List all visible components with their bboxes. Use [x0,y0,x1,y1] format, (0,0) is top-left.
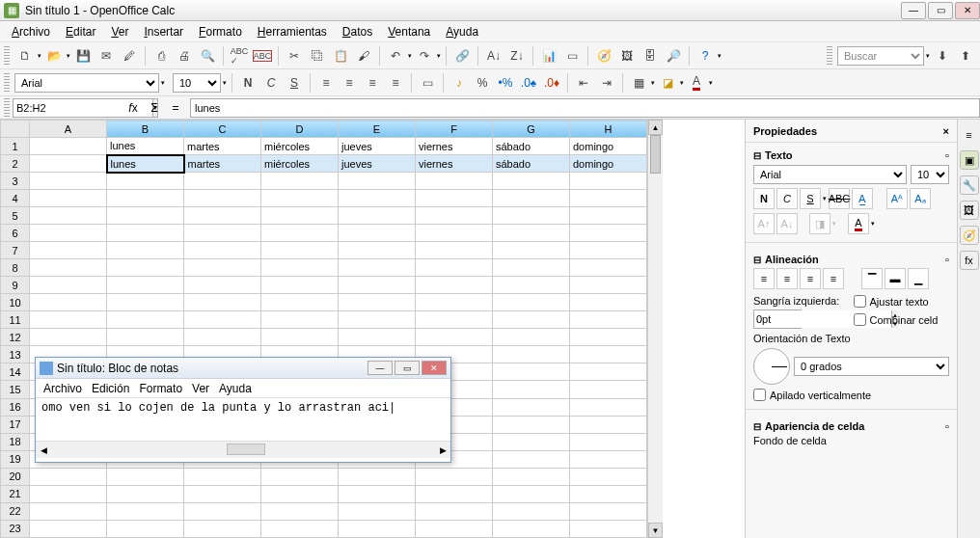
undo-icon[interactable]: ↶ [385,45,406,67]
cell-G23[interactable] [493,520,570,537]
cell-G13[interactable] [493,346,570,363]
row-header-19[interactable]: 19 [1,450,30,468]
percent-icon[interactable]: % [472,72,493,94]
cell-D1[interactable]: miércoles [261,138,339,155]
section-appearance-more-icon[interactable]: ▫ [945,420,949,432]
panel-italic-icon[interactable]: C [776,188,798,209]
cell-G16[interactable] [493,398,570,416]
email-icon[interactable]: ✉ [95,45,117,67]
cell-H18[interactable] [570,433,647,450]
export-pdf-icon[interactable]: ⎙ [150,45,172,67]
cell-D21[interactable] [261,485,339,502]
format-paint-icon[interactable]: 🖌 [353,45,374,67]
cell-H3[interactable] [570,173,647,190]
edit-doc-icon[interactable]: 🖉 [119,45,140,67]
cell-G17[interactable] [493,416,570,433]
menu-archivo[interactable]: Archivo [6,23,56,40]
cell-B7[interactable] [107,242,184,259]
borders-icon[interactable]: ▦ [628,72,649,94]
row-header-23[interactable]: 23 [1,520,30,537]
panel-underline-icon[interactable]: S [800,188,821,209]
cell-H2[interactable]: domingo [570,155,647,173]
cell-D5[interactable] [261,207,339,225]
row-header-13[interactable]: 13 [1,346,30,363]
cell-G3[interactable] [493,173,570,190]
cell-D7[interactable] [261,242,339,259]
menu-ayuda[interactable]: Ayuda [440,23,484,40]
row-header-17[interactable]: 17 [1,416,30,433]
currency-icon[interactable]: ♪ [449,72,470,94]
col-header-D[interactable]: D [261,121,339,138]
row-header-18[interactable]: 18 [1,433,30,450]
cell-H14[interactable] [570,363,647,381]
cell-G12[interactable] [493,329,570,346]
col-header-C[interactable]: C [184,121,261,138]
dec-indent-icon[interactable]: ⇤ [573,72,594,94]
cell-H17[interactable] [570,416,647,433]
find-prev-icon[interactable]: ⬆ [955,45,976,67]
vertical-scrollbar[interactable]: ▲ ▼ [647,120,663,538]
panel-alignr-icon[interactable]: ≡ [800,268,821,289]
new-icon[interactable]: 🗋 [14,45,36,67]
cell-G1[interactable]: sábado [493,138,570,155]
find-next-icon[interactable]: ⬇ [932,45,953,67]
notepad-menu-archivo[interactable]: Archivo [43,382,82,395]
open-icon[interactable]: 📂 [43,45,65,67]
indent-spinner[interactable]: ▲▼ [753,309,802,329]
print-icon[interactable]: 🖨 [174,45,195,67]
cell-C20[interactable] [184,468,261,485]
cell-H8[interactable] [570,259,647,277]
panel-shadow-icon[interactable]: A̲ [852,188,873,209]
col-header-H[interactable]: H [570,121,647,138]
row-header-12[interactable]: 12 [1,329,30,346]
cell-A21[interactable] [30,485,107,502]
cell-A6[interactable] [30,225,107,242]
add-decimal-icon[interactable]: .0♠ [518,72,539,94]
cell-A11[interactable] [30,311,107,329]
cell-E20[interactable] [339,468,416,485]
notepad-text[interactable]: omo ven si lo cojen de la punta y lo arr… [36,398,450,441]
fontcolor-icon[interactable]: A [686,72,707,94]
menu-ver[interactable]: Ver [105,23,134,40]
number-std-icon[interactable]: •% [495,72,516,94]
cell-C6[interactable] [184,225,261,242]
cell-C11[interactable] [184,311,261,329]
panel-valignb-icon[interactable]: ▁ [908,268,929,289]
cell-C21[interactable] [184,485,261,502]
cell-H22[interactable] [570,502,647,520]
panel-fontcolor-icon[interactable]: A [848,213,869,234]
scroll-thumb[interactable] [650,135,661,174]
sum-icon[interactable]: Σ [146,99,163,117]
cell-B2[interactable]: lunes [107,155,184,173]
cell-H12[interactable] [570,329,647,346]
panel-font-combo[interactable]: Arial [753,165,907,184]
paste-icon[interactable]: 📋 [330,45,351,67]
cell-F4[interactable] [416,190,493,207]
cell-G15[interactable] [493,381,570,398]
merge-cells-icon[interactable]: ▭ [417,72,438,94]
cell-C10[interactable] [184,294,261,311]
autospell-icon[interactable]: ABC [252,45,273,67]
cell-H1[interactable]: domingo [570,138,647,155]
select-all-corner[interactable] [1,121,30,138]
cell-B20[interactable] [107,468,184,485]
section-align-more-icon[interactable]: ▫ [945,254,949,265]
cell-G4[interactable] [493,190,570,207]
cell-B23[interactable] [107,520,184,537]
cell-F3[interactable] [416,173,493,190]
notepad-max-button[interactable]: ▭ [395,361,420,375]
font-size-combo[interactable]: 10 [173,73,221,93]
cell-B3[interactable] [107,173,184,190]
redo-icon[interactable]: ↷ [414,45,435,67]
font-name-combo[interactable]: Arial [14,73,159,93]
save-icon[interactable]: 💾 [72,45,94,67]
cell-G11[interactable] [493,311,570,329]
cell-C8[interactable] [184,259,261,277]
cell-F9[interactable] [416,277,493,294]
tab-functions-icon[interactable]: fx [960,251,979,270]
align-left-icon[interactable]: ≡ [315,72,337,94]
cell-F21[interactable] [416,485,493,502]
cell-C2[interactable]: martes [184,155,261,173]
cell-B6[interactable] [107,225,184,242]
cell-D22[interactable] [261,502,339,520]
